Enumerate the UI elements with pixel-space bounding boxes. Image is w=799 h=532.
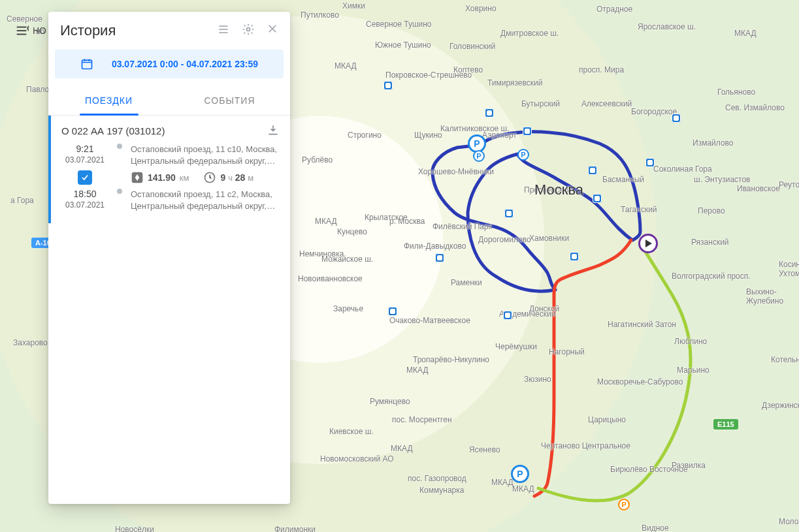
parking-marker[interactable]: P — [517, 149, 529, 161]
trip-duration: 9 ч 28 м — [203, 171, 253, 184]
trip-selected-checkbox[interactable] — [78, 170, 92, 185]
transit-station-icon — [504, 209, 514, 218]
calendar-icon — [80, 57, 93, 70]
end-address: Остаповский проезд, 11 с2, Москва, Центр… — [131, 189, 280, 211]
trip-distance: 141.90 км — [131, 171, 189, 184]
vehicle-id: О 022 АА 197 (031012) — [61, 125, 165, 136]
timeline-dot-icon — [117, 189, 122, 194]
transit-station-icon — [383, 81, 393, 90]
parking-marker[interactable]: P — [473, 150, 485, 162]
parking-marker[interactable]: P — [618, 499, 630, 510]
panel-title: История — [60, 22, 116, 39]
collapse-sidebar-button[interactable]: НО — [14, 23, 46, 38]
tab-trips[interactable]: ПОЕЗДКИ — [48, 87, 169, 115]
menu-icon — [14, 23, 29, 38]
svg-rect-1 — [82, 60, 91, 69]
transit-station-icon — [485, 108, 494, 117]
check-icon — [80, 173, 90, 182]
transit-station-icon — [570, 252, 579, 261]
transit-station-icon — [523, 127, 532, 136]
transit-station-icon — [672, 114, 681, 123]
transit-station-icon — [645, 158, 655, 167]
parking-marker[interactable]: P — [511, 465, 529, 483]
list-view-icon[interactable] — [217, 23, 230, 39]
date-range-text: 03.07.2021 0:00 - 04.07.2021 23:59 — [112, 59, 258, 69]
transit-station-icon — [388, 307, 397, 316]
start-address: Остаповский проезд, 11 с10, Москва, Цент… — [131, 144, 280, 166]
road-shield: Е115 — [713, 419, 738, 430]
trip-card[interactable]: О 022 АА 197 (031012) 9:21 03.07.2021 Ос… — [48, 116, 290, 223]
distance-icon — [131, 171, 144, 184]
start-date: 03.07.2021 — [61, 155, 108, 164]
transit-station-icon — [588, 166, 597, 175]
history-panel: История 03.07.2021 0:00 - 04.07.2021 23:… — [48, 12, 290, 504]
transit-station-icon — [435, 253, 444, 262]
sidebar-label: НО — [33, 25, 46, 36]
tab-events[interactable]: СОБЫТИЯ — [169, 87, 290, 115]
transit-station-icon — [503, 311, 512, 320]
timeline-dot-icon — [117, 144, 122, 149]
route-start-play-marker[interactable] — [638, 234, 658, 253]
end-time: 18:50 — [61, 189, 108, 199]
end-date: 03.07.2021 — [61, 200, 108, 210]
transit-station-icon — [593, 194, 602, 203]
download-icon[interactable] — [267, 123, 280, 138]
clock-icon — [203, 171, 216, 184]
close-icon[interactable] — [267, 23, 278, 39]
start-time: 9:21 — [61, 144, 108, 154]
date-range-picker[interactable]: 03.07.2021 0:00 - 04.07.2021 23:59 — [55, 50, 284, 78]
svg-point-0 — [247, 28, 250, 31]
gear-icon[interactable] — [242, 23, 255, 39]
